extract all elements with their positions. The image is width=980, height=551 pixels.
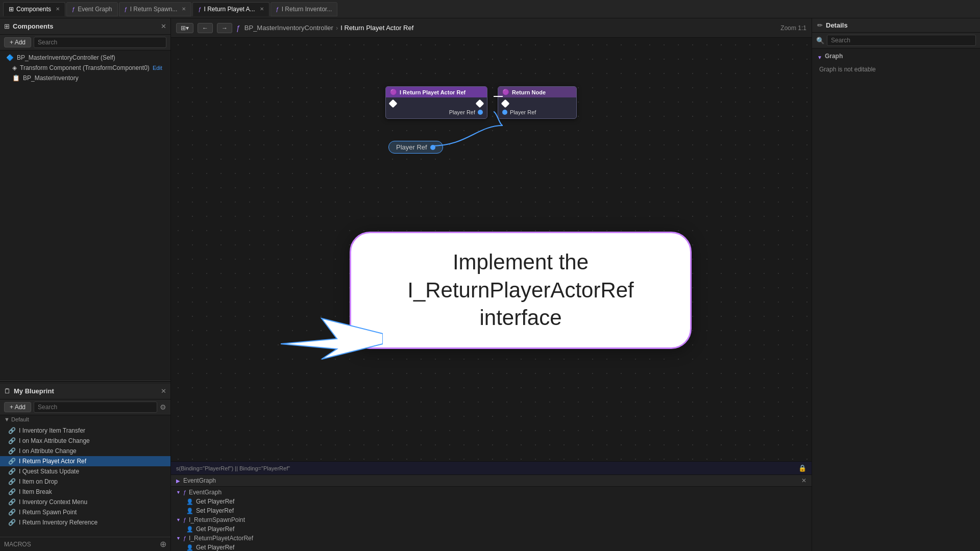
- app-root: ⊞ Components ✕ ƒ Event Graph ƒ I Return …: [0, 0, 980, 551]
- bp-inventory-icon: 📋: [12, 74, 20, 82]
- details-search-input[interactable]: [827, 35, 976, 46]
- eg-item-label-2-0: Get PlayerRef: [196, 525, 234, 533]
- back-button[interactable]: ←: [198, 23, 213, 33]
- eg-section-label-2: I_ReturnSpawnPoint: [189, 516, 245, 523]
- macros-header: MACROS ⊕: [0, 537, 170, 551]
- eg-item-set-playerref[interactable]: 👤 Set PlayerRef: [171, 506, 812, 515]
- exec-in-pin[interactable]: [389, 99, 398, 108]
- eg-section-fn-icon-2: ƒ: [183, 517, 186, 523]
- return-inventor-tab-label: I Return Inventor...: [282, 6, 332, 13]
- return-playet-icon: 🔗: [8, 458, 16, 465]
- eg-list: ▼ ƒ EventGraph 👤 Get PlayerRef 👤 Set Pla…: [171, 487, 812, 551]
- mybp-item-inventory-item-transfer[interactable]: 🔗 I Inventory Item Transfer: [0, 425, 170, 436]
- return-playet-a-tab-label: I Return Playet A...: [204, 6, 255, 13]
- return-playet-a-tab-icon: ƒ: [198, 6, 201, 12]
- mybp-item-quest-status[interactable]: 🔗 I Quest Status Update: [0, 466, 170, 477]
- mybp-add-button[interactable]: + Add: [4, 402, 31, 412]
- overlay-text: Implement the I_ReturnPlayerActorRef int…: [377, 248, 665, 332]
- transform-edit-link[interactable]: Edit: [153, 65, 162, 71]
- mybp-item-return-spawn[interactable]: 🔗 I Return Spawn Point: [0, 507, 170, 517]
- return-playet-a-tab-close[interactable]: ✕: [260, 6, 264, 12]
- mybp-search-input[interactable]: [34, 402, 157, 413]
- return-spawn-tab-close[interactable]: ✕: [182, 6, 186, 12]
- mybp-item-on-drop[interactable]: 🔗 I Item on Drop: [0, 477, 170, 487]
- components-search-input[interactable]: [34, 37, 166, 48]
- mybp-item-inventory-context[interactable]: 🔗 I Inventory Context Menu: [0, 497, 170, 507]
- node-return-playet-actor-ref[interactable]: 🟣 I Return Playet Actor Ref Player Ref: [385, 86, 487, 119]
- transfer-icon: 🔗: [8, 427, 16, 434]
- return-playet-label: I Return Playet Actor Ref: [19, 458, 86, 465]
- transform-icon: ◈: [12, 64, 17, 71]
- return-player-ref-label: Player Ref: [510, 109, 536, 115]
- eg-section-return-playet-actor-ref[interactable]: ▼ ƒ I_ReturnPlayetActorRef: [171, 534, 812, 543]
- components-list: 🔷 BP_MasterInventoryController (Self) ◈ …: [0, 51, 170, 381]
- player-ref-standalone-pin[interactable]: Player Ref: [388, 141, 443, 154]
- return-player-ref-in-dot[interactable]: [502, 110, 507, 115]
- bp-self-item[interactable]: 🔷 BP_MasterInventoryController (Self): [0, 53, 170, 63]
- node-return[interactable]: 🟣 Return Node Player Ref: [498, 86, 577, 119]
- mybp-item-on-max-attribute[interactable]: 🔗 I on Max Attribute Change: [0, 436, 170, 446]
- return-spawn-icon: 🔗: [8, 509, 16, 516]
- tab-return-spawn[interactable]: ƒ I Return Spawn... ✕: [119, 2, 192, 16]
- node-header-icon: 🟣: [390, 89, 397, 95]
- breadcrumb-root[interactable]: BP_MasterInventoryController: [244, 24, 333, 32]
- exec-out-pin[interactable]: [476, 99, 484, 108]
- components-close-btn[interactable]: ✕: [161, 22, 166, 30]
- eg-item-get-playerref-1[interactable]: 👤 Get PlayerRef: [171, 497, 812, 506]
- components-add-button[interactable]: + Add: [4, 37, 31, 47]
- return-inv-ref-label: I Return Inventory Reference: [19, 519, 97, 526]
- mybp-item-on-attribute-change[interactable]: 🔗 I on Attribute Change: [0, 446, 170, 456]
- components-tab-close[interactable]: ✕: [56, 6, 60, 12]
- player-ref-out-dot[interactable]: [478, 110, 483, 115]
- node-exec-pin-row: [390, 101, 483, 107]
- item-break-label: I Item Break: [19, 488, 52, 495]
- attr-change-icon: 🔗: [8, 447, 16, 455]
- on-drop-icon: 🔗: [8, 478, 16, 485]
- components-tab-label: Components: [16, 6, 51, 13]
- mybp-title: My Blueprint: [14, 387, 158, 395]
- return-spawn-tab-icon: ƒ: [125, 6, 128, 12]
- eg-item-get-playerref-3[interactable]: 👤 Get PlayerRef: [171, 543, 812, 551]
- inv-context-label: I Inventory Context Menu: [19, 498, 87, 506]
- mybp-close-btn[interactable]: ✕: [161, 387, 166, 395]
- eg-section-return-spawn-point[interactable]: ▼ ƒ I_ReturnSpawnPoint: [171, 515, 812, 524]
- mybp-section-default-label: ▼ Default: [0, 415, 170, 423]
- eg-collapse-icon[interactable]: ▶: [176, 478, 180, 484]
- eg-item-get-playerref-2[interactable]: 👤 Get PlayerRef: [171, 524, 812, 534]
- tab-return-inventor[interactable]: ƒ I Return Inventor...: [271, 2, 338, 16]
- tab-event-graph[interactable]: ƒ Event Graph: [66, 2, 118, 16]
- inv-context-icon: 🔗: [8, 498, 16, 506]
- return-exec-in-pin[interactable]: [501, 99, 510, 108]
- nav-settings-button[interactable]: ⊞▾: [176, 23, 193, 33]
- details-title: Details: [826, 21, 975, 29]
- mybp-item-return-playet[interactable]: 🔗 I Return Playet Actor Ref: [0, 456, 170, 466]
- eg-title: EventGraph: [183, 477, 216, 484]
- pencil-icon: ✏: [817, 21, 823, 29]
- search-icon: 🔍: [816, 37, 824, 44]
- transform-component-item[interactable]: ◈ Transform Component (TransformComponen…: [0, 63, 170, 73]
- eg-item-label-1-1: Set PlayerRef: [196, 507, 234, 514]
- forward-button[interactable]: →: [217, 23, 232, 33]
- player-ref-standalone-dot[interactable]: [430, 145, 435, 150]
- overlay-tooltip: Implement the I_ReturnPlayerActorRef int…: [350, 232, 692, 349]
- eg-close-button[interactable]: ✕: [801, 477, 806, 484]
- right-panel: ✏ Details 🔍 ▼ Graph Graph is not editabl…: [812, 18, 980, 551]
- macros-add-icon[interactable]: ⊕: [160, 539, 166, 549]
- graph-area[interactable]: 🟣 I Return Playet Actor Ref Player Ref: [171, 38, 812, 474]
- bp-inventory-label: BP_MasterInventory: [23, 74, 79, 82]
- lock-icon[interactable]: 🔒: [798, 464, 806, 472]
- tab-components[interactable]: ⊞ Components ✕: [3, 2, 65, 16]
- mybp-gear-icon[interactable]: ⚙: [160, 403, 166, 411]
- bp-master-inventory-item[interactable]: 📋 BP_MasterInventory: [0, 73, 170, 83]
- overlay-line1: Implement the: [453, 250, 589, 274]
- eg-section-event-graph[interactable]: ▼ ƒ EventGraph: [171, 488, 812, 497]
- mybp-item-return-inventory-ref[interactable]: 🔗 I Return Inventory Reference: [0, 517, 170, 528]
- return-spawn-tab-label: I Return Spawn...: [130, 6, 178, 13]
- overlay-line2: I_ReturnPlayerActorRef interface: [407, 278, 634, 330]
- tab-return-playet-a[interactable]: ƒ I Return Playet A... ✕: [192, 2, 269, 16]
- person-icon-4: 👤: [186, 544, 193, 551]
- breadcrumb-sep: ›: [336, 24, 338, 32]
- mybp-item-item-break[interactable]: 🔗 I Item Break: [0, 487, 170, 497]
- event-graph-tab-icon: ƒ: [72, 6, 75, 12]
- max-attr-icon: 🔗: [8, 437, 16, 444]
